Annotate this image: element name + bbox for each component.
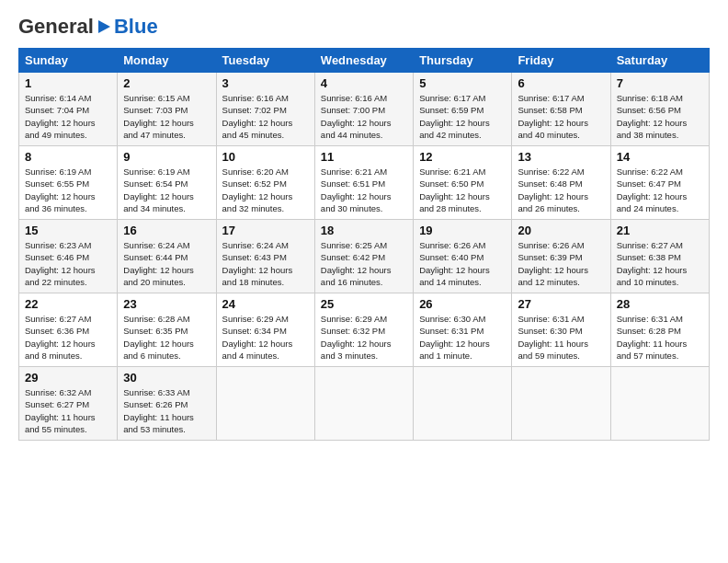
- day-number: 22: [25, 297, 111, 311]
- calendar-dow-sunday: Sunday: [19, 49, 118, 73]
- calendar-cell: 5Sunrise: 6:17 AM Sunset: 6:59 PM Daylig…: [414, 73, 512, 146]
- calendar-header-row: SundayMondayTuesdayWednesdayThursdayFrid…: [19, 49, 710, 73]
- day-info: Sunrise: 6:27 AM Sunset: 6:38 PM Dayligh…: [617, 239, 703, 288]
- calendar-dow-tuesday: Tuesday: [216, 49, 314, 73]
- day-info: Sunrise: 6:26 AM Sunset: 6:40 PM Dayligh…: [419, 239, 506, 288]
- calendar-dow-thursday: Thursday: [414, 49, 512, 73]
- day-info: Sunrise: 6:15 AM Sunset: 7:03 PM Dayligh…: [123, 92, 210, 141]
- day-number: 5: [419, 76, 506, 90]
- calendar-cell: 23Sunrise: 6:28 AM Sunset: 6:35 PM Dayli…: [118, 293, 216, 367]
- calendar-dow-monday: Monday: [118, 49, 216, 73]
- logo-blue-text: Blue: [114, 15, 158, 39]
- day-number: 23: [123, 297, 210, 311]
- calendar-dow-saturday: Saturday: [610, 49, 709, 73]
- calendar-dow-wednesday: Wednesday: [314, 49, 413, 73]
- calendar-cell: [216, 367, 314, 441]
- day-info: Sunrise: 6:16 AM Sunset: 7:00 PM Dayligh…: [321, 92, 407, 141]
- day-number: 30: [123, 371, 210, 385]
- calendar-cell: 21Sunrise: 6:27 AM Sunset: 6:38 PM Dayli…: [610, 220, 709, 293]
- calendar-cell: 28Sunrise: 6:31 AM Sunset: 6:28 PM Dayli…: [610, 293, 709, 367]
- calendar-cell: 11Sunrise: 6:21 AM Sunset: 6:51 PM Dayli…: [314, 146, 413, 220]
- day-info: Sunrise: 6:24 AM Sunset: 6:43 PM Dayligh…: [222, 239, 309, 288]
- day-info: Sunrise: 6:29 AM Sunset: 6:32 PM Dayligh…: [321, 313, 407, 362]
- calendar-cell: [314, 367, 413, 441]
- calendar-cell: 27Sunrise: 6:31 AM Sunset: 6:30 PM Dayli…: [512, 293, 610, 367]
- calendar-cell: 7Sunrise: 6:18 AM Sunset: 6:56 PM Daylig…: [610, 73, 709, 146]
- calendar-week-row: 22Sunrise: 6:27 AM Sunset: 6:36 PM Dayli…: [19, 293, 710, 367]
- day-number: 4: [321, 76, 407, 90]
- svg-marker-0: [98, 20, 110, 33]
- calendar-cell: 8Sunrise: 6:19 AM Sunset: 6:55 PM Daylig…: [19, 146, 118, 220]
- calendar-dow-friday: Friday: [512, 49, 610, 73]
- calendar-cell: 16Sunrise: 6:24 AM Sunset: 6:44 PM Dayli…: [118, 220, 216, 293]
- day-info: Sunrise: 6:16 AM Sunset: 7:02 PM Dayligh…: [222, 92, 309, 141]
- calendar-cell: 1Sunrise: 6:14 AM Sunset: 7:04 PM Daylig…: [19, 73, 118, 146]
- calendar-week-row: 8Sunrise: 6:19 AM Sunset: 6:55 PM Daylig…: [19, 146, 710, 220]
- day-number: 15: [25, 224, 111, 237]
- day-info: Sunrise: 6:31 AM Sunset: 6:28 PM Dayligh…: [617, 313, 703, 362]
- day-number: 20: [518, 224, 604, 237]
- calendar-cell: 3Sunrise: 6:16 AM Sunset: 7:02 PM Daylig…: [216, 73, 314, 146]
- calendar-week-row: 15Sunrise: 6:23 AM Sunset: 6:46 PM Dayli…: [19, 220, 710, 293]
- day-info: Sunrise: 6:28 AM Sunset: 6:35 PM Dayligh…: [123, 313, 210, 362]
- day-number: 19: [419, 224, 506, 237]
- day-info: Sunrise: 6:14 AM Sunset: 7:04 PM Dayligh…: [25, 92, 111, 141]
- day-info: Sunrise: 6:27 AM Sunset: 6:36 PM Dayligh…: [25, 313, 111, 362]
- calendar-cell: 26Sunrise: 6:30 AM Sunset: 6:31 PM Dayli…: [414, 293, 512, 367]
- calendar-cell: 4Sunrise: 6:16 AM Sunset: 7:00 PM Daylig…: [314, 73, 413, 146]
- day-info: Sunrise: 6:22 AM Sunset: 6:48 PM Dayligh…: [518, 166, 604, 214]
- calendar-cell: 29Sunrise: 6:32 AM Sunset: 6:27 PM Dayli…: [19, 367, 118, 441]
- logo-general: General: [18, 15, 94, 39]
- calendar-cell: 10Sunrise: 6:20 AM Sunset: 6:52 PM Dayli…: [216, 146, 314, 220]
- day-number: 14: [617, 150, 703, 164]
- day-info: Sunrise: 6:17 AM Sunset: 6:58 PM Dayligh…: [518, 92, 604, 141]
- calendar-cell: 15Sunrise: 6:23 AM Sunset: 6:46 PM Dayli…: [19, 220, 118, 293]
- day-number: 6: [518, 76, 604, 90]
- day-number: 28: [617, 297, 703, 311]
- day-info: Sunrise: 6:32 AM Sunset: 6:27 PM Dayligh…: [25, 386, 111, 435]
- calendar-cell: 17Sunrise: 6:24 AM Sunset: 6:43 PM Dayli…: [216, 220, 314, 293]
- calendar-cell: 22Sunrise: 6:27 AM Sunset: 6:36 PM Dayli…: [19, 293, 118, 367]
- calendar-cell: 14Sunrise: 6:22 AM Sunset: 6:47 PM Dayli…: [610, 146, 709, 220]
- day-number: 3: [222, 76, 309, 90]
- day-number: 26: [419, 297, 506, 311]
- calendar-cell: 6Sunrise: 6:17 AM Sunset: 6:58 PM Daylig…: [512, 73, 610, 146]
- calendar-cell: 18Sunrise: 6:25 AM Sunset: 6:42 PM Dayli…: [314, 220, 413, 293]
- calendar: SundayMondayTuesdayWednesdayThursdayFrid…: [18, 48, 710, 441]
- day-number: 24: [222, 297, 309, 311]
- calendar-week-row: 29Sunrise: 6:32 AM Sunset: 6:27 PM Dayli…: [19, 367, 710, 441]
- day-number: 25: [321, 297, 407, 311]
- day-number: 12: [419, 150, 506, 164]
- day-info: Sunrise: 6:31 AM Sunset: 6:30 PM Dayligh…: [518, 313, 604, 362]
- day-info: Sunrise: 6:30 AM Sunset: 6:31 PM Dayligh…: [419, 313, 506, 362]
- day-number: 17: [222, 224, 309, 237]
- day-info: Sunrise: 6:21 AM Sunset: 6:50 PM Dayligh…: [419, 166, 506, 214]
- day-info: Sunrise: 6:19 AM Sunset: 6:55 PM Dayligh…: [25, 166, 111, 214]
- day-info: Sunrise: 6:25 AM Sunset: 6:42 PM Dayligh…: [321, 239, 407, 288]
- calendar-cell: 24Sunrise: 6:29 AM Sunset: 6:34 PM Dayli…: [216, 293, 314, 367]
- day-number: 27: [518, 297, 604, 311]
- day-number: 18: [321, 224, 407, 237]
- day-info: Sunrise: 6:26 AM Sunset: 6:39 PM Dayligh…: [518, 239, 604, 288]
- day-info: Sunrise: 6:18 AM Sunset: 6:56 PM Dayligh…: [617, 92, 703, 141]
- day-info: Sunrise: 6:20 AM Sunset: 6:52 PM Dayligh…: [222, 166, 309, 214]
- day-info: Sunrise: 6:17 AM Sunset: 6:59 PM Dayligh…: [419, 92, 506, 141]
- calendar-cell: 25Sunrise: 6:29 AM Sunset: 6:32 PM Dayli…: [314, 293, 413, 367]
- calendar-cell: [512, 367, 610, 441]
- day-number: 13: [518, 150, 604, 164]
- calendar-cell: 19Sunrise: 6:26 AM Sunset: 6:40 PM Dayli…: [414, 220, 512, 293]
- calendar-cell: 2Sunrise: 6:15 AM Sunset: 7:03 PM Daylig…: [118, 73, 216, 146]
- day-number: 21: [617, 224, 703, 237]
- day-number: 9: [123, 150, 210, 164]
- logo: General Blue: [18, 15, 158, 39]
- day-number: 8: [25, 150, 111, 164]
- day-info: Sunrise: 6:23 AM Sunset: 6:46 PM Dayligh…: [25, 239, 111, 288]
- day-info: Sunrise: 6:24 AM Sunset: 6:44 PM Dayligh…: [123, 239, 210, 288]
- calendar-cell: 30Sunrise: 6:33 AM Sunset: 6:26 PM Dayli…: [118, 367, 216, 441]
- day-info: Sunrise: 6:19 AM Sunset: 6:54 PM Dayligh…: [123, 166, 210, 214]
- calendar-cell: 9Sunrise: 6:19 AM Sunset: 6:54 PM Daylig…: [118, 146, 216, 220]
- calendar-cell: [610, 367, 709, 441]
- day-info: Sunrise: 6:33 AM Sunset: 6:26 PM Dayligh…: [123, 386, 210, 435]
- day-info: Sunrise: 6:21 AM Sunset: 6:51 PM Dayligh…: [321, 166, 407, 214]
- logo-icon: [95, 17, 113, 36]
